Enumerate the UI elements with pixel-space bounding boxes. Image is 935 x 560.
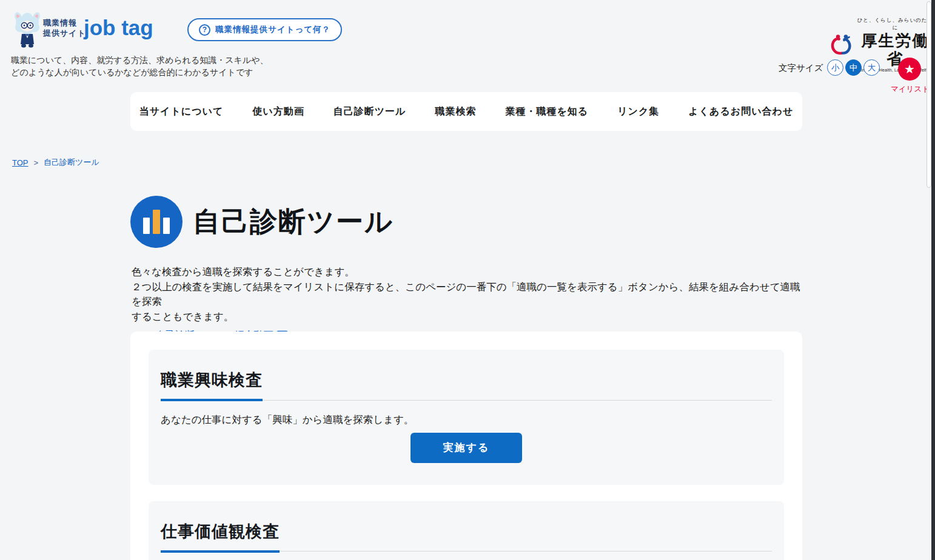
jobtag-logo[interactable]: job tag [84,16,153,40]
question-icon: ? [199,24,210,36]
nav-item-howto-video[interactable]: 使い方動画 [238,105,318,118]
card-title: 職業興味検査 [161,369,772,401]
card-work-values-test: 仕事価値観検査 [149,501,784,560]
jobtag-mascot-icon [13,10,41,48]
nav-item-job-search[interactable]: 職業検索 [420,105,491,118]
breadcrumb-top-link[interactable]: TOP [12,158,28,167]
site-label: 職業情報 提供サイト [43,18,86,38]
mylist-button[interactable]: ★ [898,58,921,81]
page-title: 自己診断ツール [193,204,394,240]
about-site-button[interactable]: ? 職業情報提供サイトって何？ [187,18,342,41]
mylist-label[interactable]: マイリスト [889,84,931,95]
about-site-button-label: 職業情報提供サイトって何？ [215,24,330,35]
breadcrumb-current: 自己診断ツール [44,157,99,168]
nav-item-self-diagnosis[interactable]: 自己診断ツール [319,105,421,118]
card-interest-test: 職業興味検査 あなたの仕事に対する「興味」から適職を探索します。 実施する [149,350,784,485]
card-description: あなたの仕事に対する「興味」から適職を探索します。 [161,413,772,427]
mhlw-mark-icon [831,32,851,58]
execute-interest-test-button[interactable]: 実施する [411,433,522,463]
card-title: 仕事価値観検査 [161,521,772,552]
font-size-label: 文字サイズ [779,62,823,74]
font-size-small-button[interactable]: 小 [827,59,843,76]
site-tagline: 職業について、内容、就労する方法、求められる知識・スキルや、 どのような人が向い… [11,55,269,78]
breadcrumb-separator: > [34,158,39,167]
nav-item-about[interactable]: 当サイトについて [125,105,238,118]
tools-container: 職業興味検査 あなたの仕事に対する「興味」から適職を探索します。 実施する 仕事… [130,332,802,560]
scrollbar-thumb[interactable] [927,1,931,188]
nav-item-industry[interactable]: 業種・職種を知る [491,105,603,118]
font-size-large-button[interactable]: 大 [863,59,880,76]
font-size-medium-button[interactable]: 中 [845,59,862,76]
bar-chart-icon [130,196,183,248]
nav-item-faq[interactable]: よくあるお問い合わせ [674,105,808,118]
breadcrumb: TOP > 自己診断ツール [12,157,99,168]
main-nav: 当サイトについて 使い方動画 自己診断ツール 職業検索 業種・職種を知る リンク… [130,92,802,131]
page: 職業情報 提供サイト job tag ? 職業情報提供サイトって何？ ひと、くら… [0,0,935,560]
window-edge [931,0,935,560]
star-icon: ★ [904,62,915,76]
nav-item-links[interactable]: リンク集 [603,105,674,118]
